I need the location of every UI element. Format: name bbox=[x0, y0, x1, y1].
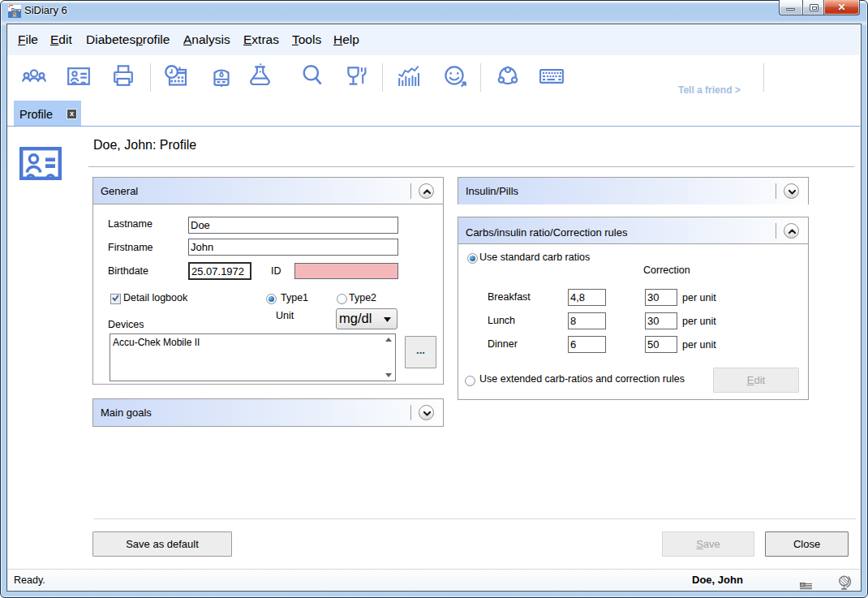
svg-text:Diary: Diary bbox=[11, 7, 21, 12]
